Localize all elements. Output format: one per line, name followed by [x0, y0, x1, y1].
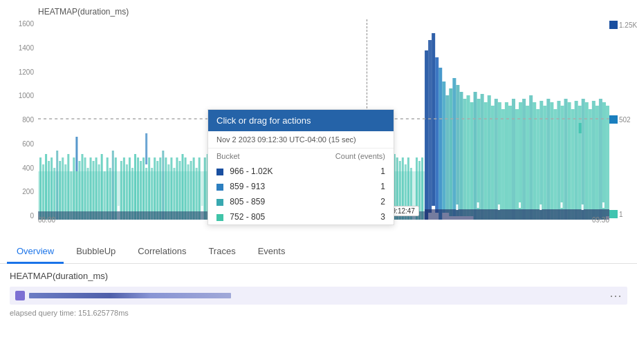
legend-item-1: 1.25K [609, 21, 637, 29]
chart-title: HEATMAP(duration_ms) [0, 7, 637, 17]
tab-events[interactable]: Events [248, 240, 295, 264]
svg-rect-168 [501, 109, 505, 220]
svg-rect-158 [467, 95, 470, 216]
svg-rect-174 [522, 99, 526, 220]
svg-rect-172 [515, 109, 519, 220]
tab-traces[interactable]: Traces [199, 240, 245, 264]
more-button[interactable]: ⋯ [609, 289, 622, 302]
svg-rect-37 [137, 157, 139, 220]
bucket-range-3: 752 - 805 [208, 209, 305, 224]
legend-item-2: 502 [609, 115, 631, 124]
svg-rect-17 [81, 154, 83, 220]
svg-rect-45 [156, 161, 158, 220]
svg-rect-197 [602, 102, 606, 220]
chart-container: HEATMAP(duration_ms) 1600 1400 1200 1000… [0, 0, 637, 235]
svg-rect-55 [185, 157, 187, 220]
svg-rect-161 [477, 99, 481, 220]
bucket-count-2: 2 [305, 194, 394, 209]
bucket-range-1: 859 - 913 [208, 179, 305, 194]
svg-rect-1 [39, 157, 41, 220]
svg-rect-191 [582, 99, 585, 220]
svg-rect-167 [498, 102, 501, 220]
table-row: 805 - 859 2 [208, 194, 394, 209]
svg-rect-176 [529, 95, 533, 220]
svg-rect-196 [599, 99, 602, 220]
svg-rect-205 [560, 202, 562, 208]
tooltip-rows: 966 - 1.02K 1 859 - 913 1 [208, 164, 394, 224]
svg-rect-181 [546, 99, 550, 220]
svg-rect-156 [459, 92, 463, 216]
query-bar-container [29, 293, 605, 298]
legend-label-3: 1 [619, 211, 623, 218]
svg-rect-193 [589, 109, 592, 220]
tab-bubbleup[interactable]: BubbleUp [66, 240, 125, 264]
bucket-range-0: 966 - 1.02K [208, 164, 305, 179]
svg-rect-8 [59, 161, 61, 220]
svg-rect-186 [564, 99, 568, 220]
svg-rect-204 [539, 204, 542, 210]
y-label-0: 0 [30, 213, 34, 220]
svg-rect-182 [550, 102, 553, 220]
svg-rect-146 [425, 50, 428, 220]
svg-rect-18 [84, 157, 86, 220]
svg-rect-60 [199, 157, 201, 220]
y-axis: 1600 1400 1200 1000 800 600 400 200 0 [0, 19, 38, 220]
svg-rect-206 [582, 204, 584, 210]
svg-rect-20 [90, 157, 92, 220]
legend: 1.25K 502 1 [609, 19, 637, 220]
svg-rect-57 [190, 161, 192, 220]
svg-rect-38 [140, 161, 142, 220]
query-bar-fill [29, 293, 231, 298]
bucket-color-3 [216, 214, 223, 221]
bucket-count-3: 3 [305, 209, 394, 224]
svg-rect-150 [438, 68, 442, 220]
chart-inner: 1600 1400 1200 1000 800 600 400 200 0 [0, 19, 637, 233]
svg-rect-40 [145, 133, 147, 164]
tooltip-bucket-col: Bucket [208, 149, 305, 164]
svg-rect-11 [67, 154, 69, 220]
svg-rect-28 [112, 151, 114, 220]
svg-rect-14 [75, 137, 77, 171]
svg-rect-183 [553, 109, 557, 220]
svg-rect-29 [115, 157, 117, 220]
svg-rect-187 [568, 102, 571, 220]
svg-rect-61 [201, 206, 203, 211]
svg-rect-3 [45, 154, 47, 220]
svg-rect-39 [142, 157, 145, 220]
tab-correlations[interactable]: Correlations [128, 240, 196, 264]
svg-rect-36 [134, 154, 136, 220]
y-label-200: 200 [22, 189, 34, 195]
query-badge [15, 291, 25, 300]
svg-rect-169 [505, 102, 508, 220]
bucket-count-1: 1 [305, 179, 394, 194]
tabs-bar: Overview BubbleUp Correlations Traces Ev… [0, 235, 637, 264]
y-label-1000: 1000 [19, 93, 34, 99]
tooltip[interactable]: Click or drag for actions Nov 2 2023 09:… [207, 109, 394, 225]
bucket-range-2: 805 - 859 [208, 194, 305, 209]
tooltip-header: Click or drag for actions [208, 110, 394, 131]
svg-rect-50 [170, 157, 172, 220]
tab-overview[interactable]: Overview [7, 240, 64, 264]
svg-rect-201 [477, 202, 479, 208]
query-row[interactable]: ⋯ [10, 287, 627, 305]
svg-rect-192 [585, 102, 589, 220]
legend-color-2 [609, 115, 618, 124]
svg-rect-32 [123, 157, 125, 220]
legend-color-1 [609, 21, 618, 29]
svg-rect-154 [452, 78, 456, 216]
svg-rect-9 [62, 157, 64, 220]
svg-rect-147 [428, 40, 432, 213]
svg-rect-7 [56, 151, 58, 220]
svg-rect-178 [536, 109, 539, 220]
table-row: 859 - 913 1 [208, 179, 394, 194]
bucket-count-0: 1 [305, 164, 394, 179]
svg-rect-155 [456, 85, 459, 216]
svg-rect-203 [519, 202, 521, 208]
svg-rect-144 [421, 157, 423, 220]
y-label-1200: 1200 [19, 69, 34, 76]
svg-rect-24 [101, 154, 103, 220]
y-label-800: 800 [22, 117, 34, 124]
svg-rect-22 [95, 157, 98, 220]
svg-rect-177 [533, 102, 536, 220]
svg-rect-190 [578, 106, 582, 220]
